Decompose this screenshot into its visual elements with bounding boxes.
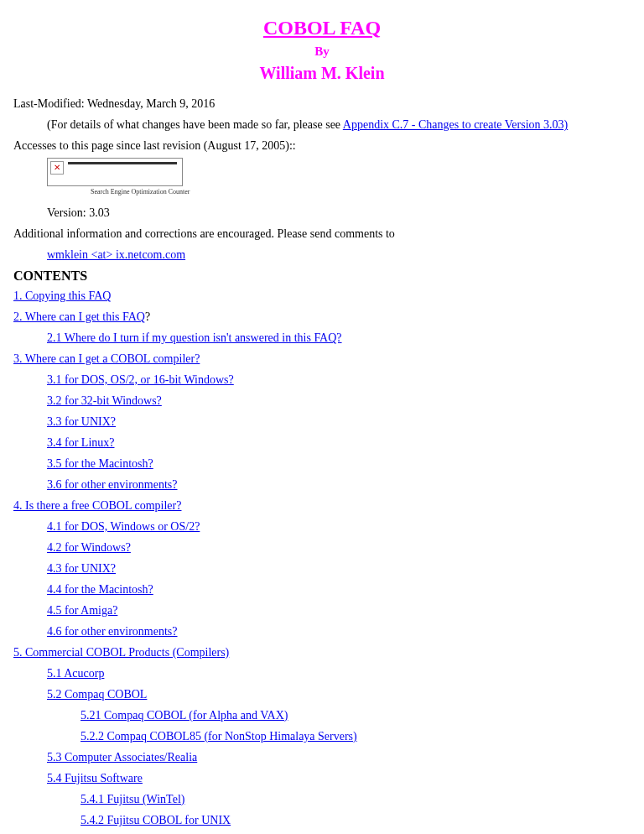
broken-image-placeholder: ✕ [47, 158, 183, 186]
toc-item: 5.2.2 Compaq COBOL85 (for NonStop Himala… [80, 727, 631, 745]
details-prefix: (For details of what changes have been m… [47, 118, 343, 131]
toc-item: 5.3 Computer Associates/Realia [47, 748, 631, 766]
toc-item: 4.1 for DOS, Windows or OS/2? [47, 518, 631, 535]
placeholder-bar [68, 162, 177, 164]
toc-link-5-21[interactable]: 5.21 Compaq COBOL (for Alpha and VAX) [80, 709, 288, 722]
toc-link-5-2[interactable]: 5.2 Compaq COBOL [47, 688, 147, 701]
toc-item: 4.5 for Amiga? [47, 602, 631, 619]
toc-link-5-42[interactable]: 5.4.2 Fujitsu COBOL for UNIX [80, 814, 231, 826]
toc-item: 3.6 for other environments? [47, 476, 631, 493]
toc-link-4-1[interactable]: 4.1 for DOS, Windows or OS/2? [47, 520, 200, 533]
toc-link-3-5[interactable]: 3.5 for the Macintosh? [47, 457, 153, 470]
toc-item: 4.2 for Windows? [47, 539, 631, 556]
toc-link-5-41[interactable]: 5.4.1 Fujitsu (WinTel) [80, 793, 184, 805]
page-title: COBOL FAQ [13, 17, 631, 39]
toc-item: 3.4 for Linux? [47, 434, 631, 451]
toc-link-3[interactable]: 3. Where can I get a COBOL compiler? [13, 352, 200, 365]
toc-item: 3.1 for DOS, OS/2, or 16-bit Windows? [47, 371, 631, 388]
toc-link-5-1[interactable]: 5.1 Acucorp [47, 667, 104, 680]
counter-caption: Search Engine Optimization Counter [91, 188, 631, 195]
toc-item: 5.4.1 Fujitsu (WinTel) [80, 790, 631, 808]
toc-link-4-3[interactable]: 4.3 for UNIX? [47, 562, 116, 575]
toc-item: 5.4 Fujitsu Software [47, 769, 631, 787]
toc-item: 5.21 Compaq COBOL (for Alpha and VAX) [80, 706, 631, 724]
appendix-link[interactable]: Appendix C.7 - Changes to create Version… [343, 118, 568, 131]
contact-email-link[interactable]: wmklein <at> ix.netcom.com [47, 248, 185, 261]
toc-item: 5.1 Acucorp [47, 665, 631, 682]
toc-item: 3.2 for 32-bit Windows? [47, 392, 631, 409]
author-name: William M. Klein [13, 64, 631, 83]
accesses-line: Accesses to this page since last revisio… [13, 137, 631, 154]
by-line: By [13, 44, 631, 59]
toc-link-4-6[interactable]: 4.6 for other environments? [47, 625, 178, 638]
toc-item: 5. Commercial COBOL Products (Compilers) [13, 644, 631, 661]
toc-link-5[interactable]: 5. Commercial COBOL Products (Compilers) [13, 646, 229, 659]
toc-item: 5.4.2 Fujitsu COBOL for UNIX [80, 811, 631, 829]
additional-info: Additional information and corrections a… [13, 225, 631, 242]
toc-link-4-4[interactable]: 4.4 for the Macintosh? [47, 583, 153, 596]
toc-link-3-3[interactable]: 3.3 for UNIX? [47, 415, 116, 428]
toc-link-2[interactable]: 2. Where can I get this FAQ [13, 310, 145, 323]
last-modified: Last-Modified: Wednesday, March 9, 2016 [13, 95, 631, 112]
toc-link-5-22[interactable]: 5.2.2 Compaq COBOL85 (for NonStop Himala… [80, 730, 357, 743]
toc-link-5-3[interactable]: 5.3 Computer Associates/Realia [47, 751, 197, 764]
toc-link-3-2[interactable]: 3.2 for 32-bit Windows? [47, 394, 162, 407]
toc-item: 1. Copying this FAQ [13, 287, 631, 305]
toc-link-4-5[interactable]: 4.5 for Amiga? [47, 604, 117, 617]
counter-widget: ✕ Search Engine Optimization Counter [47, 158, 631, 195]
version-line: Version: 3.03 [47, 204, 631, 222]
toc-link-3-4[interactable]: 3.4 for Linux? [47, 436, 114, 449]
toc-link-3-6[interactable]: 3.6 for other environments? [47, 478, 178, 491]
toc-item: 4.4 for the Macintosh? [47, 581, 631, 598]
toc-item: 3. Where can I get a COBOL compiler? [13, 350, 631, 367]
toc-item: 3.5 for the Macintosh? [47, 455, 631, 472]
contents-heading: CONTENTS [13, 268, 631, 284]
toc-item: 4. Is there a free COBOL compiler? [13, 497, 631, 514]
toc-item: 2. Where can I get this FAQ? [13, 308, 631, 326]
toc-link-4[interactable]: 4. Is there a free COBOL compiler? [13, 499, 181, 512]
toc-2-q: ? [145, 310, 150, 323]
toc-item: 4.3 for UNIX? [47, 560, 631, 577]
toc-item: 5.2 Compaq COBOL [47, 685, 631, 703]
toc-item: 2.1 Where do I turn if my question isn't… [47, 329, 631, 347]
toc-link-1[interactable]: 1. Copying this FAQ [13, 289, 111, 302]
toc-item: 4.6 for other environments? [47, 623, 631, 640]
contact-email-line: wmklein <at> ix.netcom.com [47, 246, 631, 263]
toc-link-5-4[interactable]: 5.4 Fujitsu Software [47, 772, 143, 784]
changes-details: (For details of what changes have been m… [47, 116, 631, 133]
toc-link-4-2[interactable]: 4.2 for Windows? [47, 541, 131, 554]
toc-link-2-1[interactable]: 2.1 Where do I turn if my question isn't… [47, 331, 342, 344]
broken-image-icon: ✕ [50, 161, 64, 175]
toc-link-3-1[interactable]: 3.1 for DOS, OS/2, or 16-bit Windows? [47, 373, 234, 386]
toc-item: 3.3 for UNIX? [47, 413, 631, 430]
